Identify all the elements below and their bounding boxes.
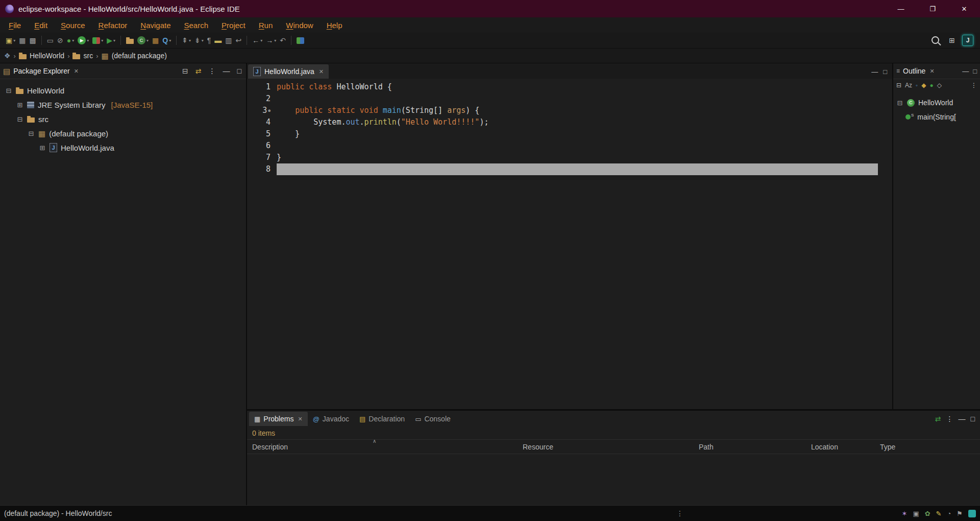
menu-source[interactable]: Source (54, 17, 92, 33)
java-perspective-button[interactable]: J (961, 34, 975, 47)
new-java-project-icon[interactable] (125, 36, 135, 45)
tree-expander-icon[interactable]: ⊟ (16, 115, 23, 123)
open-console-icon[interactable]: ▭ (45, 35, 55, 45)
window-icon[interactable]: ▣ (913, 510, 919, 517)
problems-table-body[interactable] (247, 454, 980, 505)
tree-expander-icon[interactable]: ⊞ (39, 144, 46, 152)
leaf-icon[interactable]: ✿ (925, 510, 930, 517)
run-icon[interactable]: ▶▾ (76, 35, 90, 45)
outline-title[interactable]: Outline (903, 67, 925, 75)
dropdown-caret-icon[interactable]: ▾ (72, 38, 74, 43)
code-line[interactable] (277, 93, 892, 105)
menu-project[interactable]: Project (215, 17, 252, 33)
minimize-icon[interactable]: — (222, 66, 232, 76)
dropdown-caret-icon[interactable]: ▾ (274, 38, 276, 43)
back-icon[interactable]: ←▾ (251, 35, 264, 45)
tree-item-helloworld[interactable]: ⊟HelloWorld (0, 83, 246, 98)
skip-breakpoints-icon[interactable]: ⊘ (56, 35, 65, 45)
previous-annotation-icon[interactable]: ⇞▾ (180, 35, 192, 45)
tree-expander-icon[interactable]: ⊞ (16, 101, 23, 109)
hide-fields-icon[interactable]: ◦ (916, 82, 918, 89)
pencil-icon[interactable]: ✎ (936, 510, 942, 517)
clock-icon[interactable]: ◔ (947, 510, 951, 517)
last-edit-location-icon[interactable]: ↶ (278, 35, 287, 45)
tree-item-default-package[interactable]: ⊟▦(default package) (0, 126, 246, 140)
mark-occurrences-icon[interactable]: ▬ (213, 35, 223, 45)
new-wizard-icon[interactable]: ▣▾ (4, 35, 17, 45)
collapse-all-icon[interactable]: ⊟ (181, 66, 190, 76)
dropdown-caret-icon[interactable]: ▾ (101, 38, 103, 43)
close-tab-icon[interactable]: ✕ (298, 416, 302, 422)
flag-icon[interactable]: ⚑ (957, 510, 963, 517)
outline-item-main-string[interactable]: Smain(String[ (893, 110, 980, 124)
dropdown-caret-icon[interactable]: ▾ (87, 38, 89, 43)
menu-refactor[interactable]: Refactor (92, 17, 134, 33)
tab-declaration[interactable]: ▤Declaration (354, 412, 410, 426)
tree-item-src[interactable]: ⊟src (0, 112, 246, 126)
breadcrumb-item-src[interactable]: src (72, 52, 93, 60)
package-explorer-title[interactable]: Package Explorer (13, 67, 70, 75)
tree-expander-icon[interactable]: ⊟ (28, 130, 35, 137)
code-line[interactable]: } (277, 128, 892, 140)
minimize-icon[interactable]: — (962, 67, 969, 75)
switch-view-icon[interactable]: ⇄ (935, 415, 941, 423)
coverage-icon[interactable]: ▾ (91, 36, 105, 45)
new-package-icon[interactable]: ▦ (151, 35, 160, 45)
hide-local-types-icon[interactable]: ◇ (937, 82, 942, 89)
maximize-icon[interactable]: □ (971, 415, 975, 423)
menu-file[interactable]: File (2, 17, 28, 33)
new-class-icon[interactable]: C▾ (136, 35, 150, 45)
close-view-icon[interactable]: ✕ (929, 68, 934, 75)
sparkle-icon[interactable]: ✶ (901, 510, 907, 517)
save-all-icon[interactable]: ▩ (28, 35, 37, 45)
java-search-icon[interactable]: Q▾ (161, 35, 173, 45)
dropdown-caret-icon[interactable]: ▾ (260, 38, 262, 43)
menu-run[interactable]: Run (252, 17, 280, 33)
menu-navigate[interactable]: Navigate (134, 17, 177, 33)
maximize-icon[interactable]: □ (973, 67, 977, 75)
word-wrap-icon[interactable]: ↩ (234, 35, 243, 45)
dropdown-caret-icon[interactable]: ▾ (113, 38, 115, 43)
tree-item-jre-system-library[interactable]: ⊞JRE System Library[JavaSE-15] (0, 98, 246, 112)
theme-accent-icon[interactable] (968, 510, 976, 517)
maximize-icon[interactable]: □ (883, 68, 887, 76)
code-line[interactable]: System.out.println("Hello World!!!!"); (277, 116, 892, 128)
view-menu-icon[interactable]: ⋮ (946, 415, 953, 423)
save-icon[interactable]: ▦ (17, 35, 27, 45)
dropdown-caret-icon[interactable]: ▾ (13, 38, 15, 43)
external-tools-icon[interactable]: ▶▾ (105, 35, 117, 45)
outline-item-helloworld[interactable]: ⊟CHelloWorld (893, 96, 980, 110)
view-menu-icon[interactable]: ⋮ (971, 82, 977, 89)
editor-tab-helloworld-java[interactable]: J HelloWorld.java ✕ (248, 64, 329, 79)
pin-editor-icon[interactable] (295, 36, 306, 45)
tab-console[interactable]: ▭Console (410, 412, 456, 426)
quick-search-icon[interactable] (929, 34, 943, 46)
hide-static-icon[interactable]: ◆ (921, 82, 926, 89)
tree-item-helloworld-java[interactable]: ⊞JHelloWorld.java (0, 140, 246, 155)
code-editor[interactable]: 123●45678 public class HelloWorld { publ… (247, 79, 892, 409)
menu-help[interactable]: Help (320, 17, 349, 33)
restore-button[interactable]: ❐ (917, 0, 948, 17)
hide-non-public-icon[interactable]: ● (930, 82, 934, 89)
close-view-icon[interactable]: ✕ (74, 68, 79, 75)
collapse-all-icon[interactable]: ⊟ (896, 82, 901, 89)
dropdown-caret-icon[interactable]: ▾ (146, 38, 149, 43)
column-header-location[interactable]: Location (806, 443, 875, 451)
current-code-line[interactable] (277, 163, 878, 175)
view-menu-icon[interactable]: ⋮ (207, 66, 217, 76)
block-selection-icon[interactable]: ▥ (224, 35, 233, 45)
code-line[interactable] (277, 140, 892, 152)
code-line[interactable]: } (277, 152, 892, 163)
editor-code[interactable]: public class HelloWorld { public static … (275, 81, 892, 409)
minimize-icon[interactable]: — (871, 68, 878, 76)
debug-icon[interactable]: ●▾ (65, 35, 76, 45)
code-line[interactable]: public static void main(String[] args) { (277, 105, 892, 116)
menu-search[interactable]: Search (178, 17, 215, 33)
tree-expander-icon[interactable]: ⊟ (896, 99, 903, 107)
column-header-path[interactable]: Path (694, 443, 806, 451)
forward-icon[interactable]: →▾ (264, 35, 278, 45)
maximize-icon[interactable]: □ (236, 66, 243, 76)
column-header-description[interactable]: Description (247, 443, 518, 451)
column-header-type[interactable]: Type (875, 443, 980, 451)
close-button[interactable]: ✕ (948, 0, 980, 17)
